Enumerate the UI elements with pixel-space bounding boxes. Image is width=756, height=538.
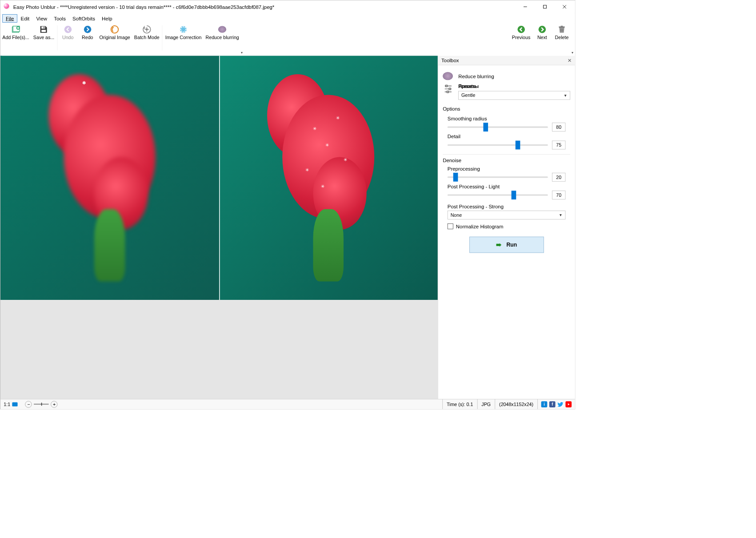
next-button[interactable]: Next — [532, 24, 552, 41]
post-light-slider[interactable] — [448, 195, 548, 196]
toolbox-panel: Toolbox ✕ Reduce blurring — [438, 56, 575, 399]
smoothing-value[interactable]: 80 — [552, 123, 565, 132]
svg-rect-1 — [544, 5, 547, 8]
original-image-button[interactable]: Original Image — [97, 24, 132, 41]
svg-marker-39 — [568, 403, 570, 405]
detail-label: Detail — [448, 134, 566, 139]
menu-view[interactable]: View — [33, 14, 51, 23]
canvas-area[interactable]: ✽ ✳ ✳ ✳ ✳ ✳ ✳ — [0, 56, 438, 399]
twitter-icon[interactable] — [557, 401, 564, 407]
info-icon[interactable]: i — [541, 401, 548, 407]
reduce-blurring-label: Reduce blurring — [458, 73, 494, 79]
normalize-histogram-label: Normalize Histogram — [456, 223, 504, 229]
redo-button[interactable]: Redo — [78, 24, 97, 41]
statusbar: 1:1 − + Time (s): 0.1 JPG (2048x1152x24)… — [0, 399, 575, 409]
chevron-down-icon: ▼ — [559, 213, 562, 217]
svg-point-27 — [539, 26, 546, 33]
image-after: ✳ ✳ ✳ ✳ ✳ ✳ — [219, 56, 438, 300]
facebook-icon[interactable]: f — [549, 401, 556, 407]
post-strong-label: Post Processing - Strong — [448, 203, 566, 209]
chevron-down-icon: ▼ — [564, 93, 567, 97]
svg-point-26 — [517, 26, 524, 33]
image-correction-icon — [179, 25, 188, 34]
toolbox-close-icon[interactable]: ✕ — [568, 58, 572, 63]
undo-icon — [63, 25, 72, 34]
svg-point-23 — [184, 27, 185, 28]
run-arrow-icon: ➠ — [496, 241, 502, 249]
menu-file[interactable]: File — [2, 14, 17, 23]
titlebar: Easy Photo Unblur - ****Unregistered ver… — [0, 0, 575, 13]
fit-screen-icon[interactable] — [12, 402, 18, 406]
smoothing-slider[interactable] — [448, 127, 548, 128]
options-label: Options — [443, 103, 570, 113]
svg-point-24 — [181, 31, 182, 32]
reduce-blurring-icon — [217, 25, 227, 34]
svg-point-18 — [183, 26, 184, 27]
preprocessing-label: Preprocessing — [448, 166, 566, 171]
presets-icon — [443, 84, 453, 94]
close-button[interactable] — [555, 0, 574, 13]
add-files-icon — [11, 25, 20, 34]
undo-button[interactable]: Undo — [58, 24, 78, 41]
zoom-slider[interactable] — [34, 404, 48, 405]
menu-edit[interactable]: Edit — [17, 14, 33, 23]
zoom-ratio[interactable]: 1:1 — [4, 402, 10, 407]
post-light-label: Post Processing - Light — [448, 183, 566, 189]
svg-point-19 — [183, 32, 184, 32]
preprocessing-value[interactable]: 20 — [552, 173, 565, 182]
svg-point-21 — [185, 29, 186, 30]
presets-combo[interactable]: Gentle ▼ — [458, 91, 570, 100]
menubar: File Edit View Tools SoftOrbits Help — [0, 13, 575, 24]
menu-softorbits[interactable]: SoftOrbits — [69, 14, 98, 23]
svg-rect-9 — [42, 27, 45, 29]
original-image-icon — [110, 25, 119, 34]
save-icon — [39, 25, 48, 34]
redo-icon — [83, 25, 92, 34]
batch-mode-button[interactable]: Batch Mode — [132, 24, 161, 41]
svg-rect-11 — [42, 30, 46, 32]
batch-mode-icon — [142, 25, 152, 34]
presets-label: Пресеты Presets — [458, 84, 570, 90]
zoom-out-button[interactable]: − — [25, 401, 32, 407]
svg-point-22 — [181, 27, 182, 28]
svg-point-13 — [84, 26, 91, 33]
svg-point-25 — [184, 31, 185, 32]
save-as-button[interactable]: Save as... — [31, 24, 56, 41]
svg-rect-36 — [449, 88, 451, 90]
post-light-value[interactable]: 70 — [552, 191, 565, 199]
minimize-button[interactable] — [516, 0, 535, 13]
detail-value[interactable]: 75 — [552, 141, 565, 150]
post-strong-combo[interactable]: None ▼ — [448, 211, 566, 219]
previous-button[interactable]: Previous — [510, 24, 532, 41]
run-button[interactable]: ➠ Run — [469, 237, 544, 253]
compare-divider[interactable] — [219, 56, 220, 300]
menu-tools[interactable]: Tools — [51, 14, 69, 23]
toolbar-right-chevron-icon[interactable]: ▾ — [572, 51, 575, 56]
denoise-label: Denoise — [443, 155, 570, 164]
detail-slider[interactable] — [448, 144, 548, 146]
youtube-icon[interactable] — [565, 401, 572, 407]
svg-marker-15 — [112, 27, 114, 29]
status-format: JPG — [477, 399, 495, 409]
reduce-blurring-button[interactable]: Reduce blurring — [204, 24, 241, 41]
svg-point-12 — [64, 26, 71, 33]
reduce-blurring-thumb-icon — [443, 72, 453, 80]
toolbox-title: Toolbox — [441, 57, 459, 63]
menu-help[interactable]: Help — [98, 14, 116, 23]
status-time: Time (s): 0.1 — [442, 399, 477, 409]
add-files-button[interactable]: Add File(s)... — [0, 24, 32, 41]
canvas-empty-area — [0, 300, 438, 399]
normalize-histogram-checkbox[interactable] — [448, 223, 453, 229]
trash-icon — [557, 25, 566, 34]
zoom-in-button[interactable]: + — [51, 401, 58, 407]
maximize-button[interactable] — [535, 0, 555, 13]
svg-rect-28 — [559, 27, 564, 28]
svg-point-20 — [180, 29, 181, 30]
toolbar-more-chevron-icon[interactable]: ▾ — [241, 51, 244, 56]
image-correction-button[interactable]: Image Correction — [163, 24, 204, 41]
svg-rect-38 — [447, 91, 448, 93]
delete-button[interactable]: Delete — [552, 24, 572, 41]
image-compare[interactable]: ✽ ✳ ✳ ✳ ✳ ✳ ✳ — [0, 56, 438, 300]
preprocessing-slider[interactable] — [448, 176, 548, 178]
smoothing-label: Smoothing radius — [448, 116, 566, 121]
